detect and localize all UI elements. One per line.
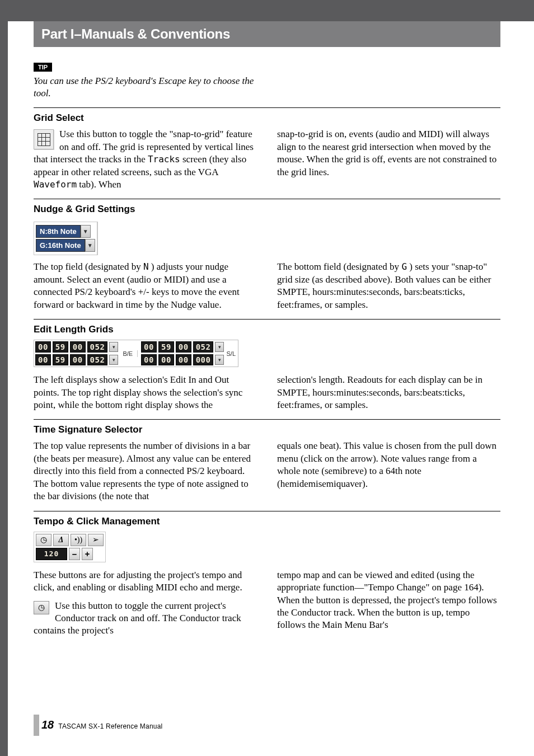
editlen-para-right: selection's length. Readouts for each di…	[277, 374, 500, 411]
top-accent-bar	[0, 0, 534, 21]
page-number: 18	[41, 719, 54, 731]
tempo-para-left-1: These buttons are for adjusting the proj…	[34, 569, 257, 594]
chapter-title: Part I–Manuals & Conventions	[41, 26, 230, 42]
tempo-click-widget: ◷ Δ •)) ➢ 120 − +	[34, 532, 106, 562]
tempo-value-field[interactable]: 120	[36, 548, 67, 560]
grid-select-para-right: snap-to-grid is on, events (audio and MI…	[277, 128, 500, 179]
divider	[34, 107, 500, 108]
divider	[34, 511, 500, 511]
edit-in-seg-2[interactable]: 59	[53, 341, 68, 353]
grid-value-dropdown[interactable]: ▼	[85, 239, 95, 252]
footer-text: TASCAM SX-1 Reference Manual	[58, 722, 162, 730]
editlen-para-left: The left displays show a selection's Edi…	[34, 374, 257, 411]
tip-text: You can use the PS/2 keyboard's Escape k…	[34, 75, 257, 100]
edit-out-seg-1[interactable]: 00	[35, 354, 51, 365]
metronome-button[interactable]: Δ	[53, 534, 69, 546]
edit-in-seg-4[interactable]: 052	[87, 341, 108, 353]
len-seg-4[interactable]: 000	[193, 354, 214, 365]
sync-dropdown[interactable]: ▾	[215, 342, 224, 352]
tip-badge: TIP	[34, 63, 52, 72]
edit-out-seg-2[interactable]: 59	[53, 354, 68, 365]
footer-accent	[34, 715, 39, 736]
sync-seg-2[interactable]: 59	[158, 341, 174, 353]
len-seg-1[interactable]: 00	[141, 354, 157, 365]
nudge-para-right: The bottom field (designated by G ) sets…	[277, 261, 500, 311]
section-editlen-heading: Edit Length Grids	[34, 324, 500, 335]
nudge-grid-settings-widget: N:8th Note ▼ G:16th Note ▼	[34, 222, 98, 255]
left-accent-bar	[0, 0, 8, 756]
edit-be-label: B/E	[123, 350, 133, 357]
edit-out-dropdown[interactable]: ▾	[109, 355, 118, 365]
speaker-icon: •))	[74, 536, 82, 544]
midi-echo-button[interactable]: ➢	[88, 534, 104, 546]
section-grid-select-heading: Grid Select	[34, 112, 500, 124]
grid-value-field[interactable]: G:16th Note	[36, 239, 85, 252]
edit-in-seg-1[interactable]: 00	[35, 341, 51, 353]
section-tempo-heading: Tempo & Click Management	[34, 516, 500, 527]
nudge-para-left: The top field (designated by N ) adjusts…	[34, 261, 257, 311]
page-footer: 18 TASCAM SX-1 Reference Manual	[41, 719, 162, 731]
grid-select-para-left: Use this button to toggle the "snap-to-g…	[34, 128, 257, 191]
tempo-minus-button[interactable]: −	[69, 548, 80, 560]
nudge-value-field[interactable]: N:8th Note	[36, 225, 81, 238]
edit-in-seg-3[interactable]: 00	[70, 341, 86, 353]
grid-select-icon[interactable]	[34, 129, 54, 149]
click-button[interactable]: •))	[71, 534, 86, 546]
tempo-plus-button[interactable]: +	[82, 548, 93, 560]
chapter-header-band: Part I–Manuals & Conventions	[34, 21, 500, 47]
timesig-para-left: The top value represents the number of d…	[34, 440, 257, 503]
edit-out-seg-4[interactable]: 052	[87, 354, 108, 365]
divider	[34, 419, 500, 420]
conductor-toggle-button[interactable]: ◷	[36, 534, 51, 546]
sync-seg-1[interactable]: 00	[141, 341, 157, 353]
metronome-icon: Δ	[59, 536, 64, 544]
len-dropdown[interactable]: ▾	[215, 355, 224, 365]
clock-icon: ◷	[40, 535, 47, 544]
len-seg-3[interactable]: 00	[176, 354, 191, 365]
timesig-para-right: equals one beat). This value is chosen f…	[277, 440, 500, 490]
nudge-value-dropdown[interactable]: ▼	[81, 225, 91, 238]
tempo-para-right: tempo map and can be viewed and edited (…	[277, 569, 500, 632]
conductor-icon-button[interactable]: ◷	[34, 601, 49, 614]
sync-seg-4[interactable]: 052	[193, 341, 214, 353]
divider	[34, 319, 500, 320]
edit-length-widget: 00 59 00 052 ▾ 00 59 00 052 ▾ B/E	[34, 340, 238, 367]
edit-in-dropdown[interactable]: ▾	[109, 342, 118, 352]
grid-glyph	[38, 133, 50, 145]
edit-out-seg-3[interactable]: 00	[70, 354, 86, 365]
edit-sl-label: S/L	[226, 350, 236, 357]
len-seg-2[interactable]: 00	[158, 354, 174, 365]
section-timesig-heading: Time Signature Selector	[34, 424, 500, 435]
sync-seg-3[interactable]: 00	[176, 341, 191, 353]
echo-arrow-icon: ➢	[92, 535, 99, 544]
section-nudge-heading: Nudge & Grid Settings	[34, 204, 500, 215]
divider	[34, 199, 500, 199]
tempo-para-left-2: Use this button to toggle the current pr…	[34, 600, 257, 637]
clock-icon: ◷	[38, 603, 45, 612]
